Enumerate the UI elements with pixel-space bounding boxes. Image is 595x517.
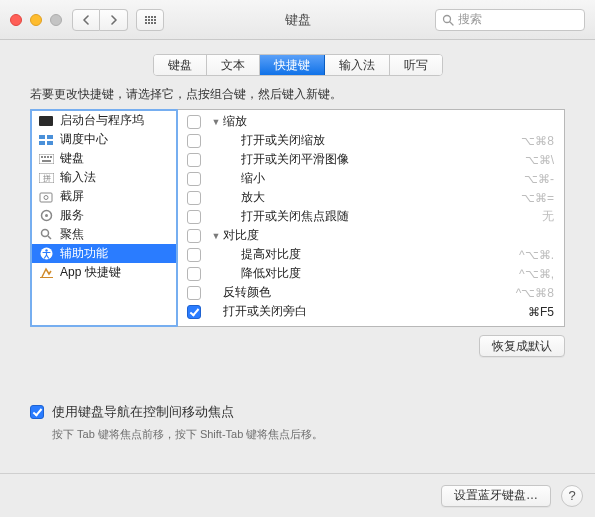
svg-text:拼: 拼 — [42, 174, 50, 183]
shortcut-label: 降低对比度 — [237, 265, 519, 282]
screenshot-icon — [38, 190, 54, 204]
svg-point-19 — [41, 230, 48, 237]
svg-line-20 — [48, 236, 51, 239]
svg-point-0 — [444, 15, 451, 22]
restore-defaults-button[interactable]: 恢复成默认 — [479, 335, 565, 357]
sidebar-item-label: 截屏 — [60, 188, 84, 205]
sidebar-item-screenshot[interactable]: 截屏 — [32, 187, 176, 206]
sidebar-item-keyboard[interactable]: 键盘 — [32, 149, 176, 168]
shortcut-keys: ^⌥⌘, — [519, 267, 554, 281]
forward-button[interactable] — [100, 9, 128, 31]
checkbox-icon[interactable] — [187, 248, 201, 262]
help-button[interactable]: ? — [561, 485, 583, 507]
sidebar-item-accessibility[interactable]: 辅助功能 — [32, 244, 176, 263]
checkbox-icon[interactable] — [187, 172, 201, 186]
svg-rect-6 — [47, 141, 53, 145]
shortcut-row[interactable]: ▼反转颜色^⌥⌘8 — [179, 283, 564, 302]
sidebar-item-mission[interactable]: 调度中心 — [32, 130, 176, 149]
minimize-icon[interactable] — [30, 14, 42, 26]
window-controls — [10, 14, 62, 26]
shortcut-row[interactable]: ▼提高对比度^⌥⌘. — [179, 245, 564, 264]
sidebar-item-label: 键盘 — [60, 150, 84, 167]
tab-文本[interactable]: 文本 — [207, 55, 260, 75]
sidebar-item-label: 服务 — [60, 207, 84, 224]
shortcut-keys: ⌥⌘- — [524, 172, 554, 186]
shortcuts-panel: 启动台与程序坞调度中心键盘拼输入法截屏服务聚焦辅助功能App 快捷键 ▼缩放▼打… — [30, 109, 565, 327]
checkbox-icon[interactable] — [187, 134, 201, 148]
keyboard-icon — [38, 152, 54, 166]
svg-rect-11 — [50, 156, 52, 158]
spotlight-icon — [38, 228, 54, 242]
category-sidebar[interactable]: 启动台与程序坞调度中心键盘拼输入法截屏服务聚焦辅助功能App 快捷键 — [30, 109, 178, 327]
shortcut-label: 缩小 — [237, 170, 524, 187]
shortcut-row[interactable]: ▼放大⌥⌘= — [179, 188, 564, 207]
shortcut-keys: ⌥⌘8 — [521, 134, 554, 148]
shortcut-row[interactable]: ▼缩小⌥⌘- — [179, 169, 564, 188]
checkbox-icon[interactable] — [187, 286, 201, 300]
svg-rect-5 — [39, 141, 45, 145]
shortcut-row[interactable]: ▼降低对比度^⌥⌘, — [179, 264, 564, 283]
tab-听写[interactable]: 听写 — [390, 55, 442, 75]
tab-bar: 键盘文本快捷键输入法听写 — [0, 40, 595, 86]
tab-输入法[interactable]: 输入法 — [325, 55, 390, 75]
sidebar-item-services[interactable]: 服务 — [32, 206, 176, 225]
svg-rect-3 — [39, 135, 45, 139]
footer: 设置蓝牙键盘… ? — [0, 473, 595, 517]
shortcut-row[interactable]: ▼打开或关闭平滑图像⌥⌘\ — [179, 150, 564, 169]
checkbox-icon[interactable] — [187, 210, 201, 224]
chevron-left-icon — [82, 15, 90, 25]
sidebar-item-label: App 快捷键 — [60, 264, 121, 281]
disclosure-triangle-icon[interactable]: ▼ — [209, 231, 223, 241]
checkbox-icon[interactable] — [187, 115, 201, 129]
shortcut-row[interactable]: ▼打开或关闭旁白⌘F5 — [179, 302, 564, 321]
checkbox-icon[interactable] — [187, 191, 201, 205]
tab-键盘[interactable]: 键盘 — [154, 55, 207, 75]
accessibility-icon — [38, 247, 54, 261]
content-area: 若要更改快捷键，请选择它，点按组合键，然后键入新键。 启动台与程序坞调度中心键盘… — [0, 86, 595, 369]
svg-point-18 — [45, 214, 48, 217]
shortcut-label: 打开或关闭缩放 — [237, 132, 521, 149]
checkbox-icon[interactable] — [187, 153, 201, 167]
grid-icon — [145, 16, 156, 24]
search-field[interactable]: 搜索 — [435, 9, 585, 31]
shortcut-label: 打开或关闭焦点跟随 — [237, 208, 542, 225]
shortcut-list[interactable]: ▼缩放▼打开或关闭缩放⌥⌘8▼打开或关闭平滑图像⌥⌘\▼缩小⌥⌘-▼放大⌥⌘=▼… — [179, 110, 564, 326]
segmented-control: 键盘文本快捷键输入法听写 — [153, 54, 443, 76]
bluetooth-keyboard-button[interactable]: 设置蓝牙键盘… — [441, 485, 551, 507]
svg-rect-15 — [40, 193, 52, 202]
sidebar-item-input[interactable]: 拼输入法 — [32, 168, 176, 187]
sidebar-item-appshortcuts[interactable]: App 快捷键 — [32, 263, 176, 282]
shortcut-row[interactable]: ▼缩放 — [179, 112, 564, 131]
shortcut-keys: ⌥⌘\ — [525, 153, 554, 167]
svg-line-1 — [450, 22, 453, 25]
back-button[interactable] — [72, 9, 100, 31]
checkbox-icon — [30, 405, 44, 419]
svg-rect-4 — [47, 135, 53, 139]
checkbox-icon[interactable] — [187, 305, 201, 319]
sidebar-item-spotlight[interactable]: 聚焦 — [32, 225, 176, 244]
shortcut-row[interactable]: ▼打开或关闭缩放⌥⌘8 — [179, 131, 564, 150]
full-keyboard-access-checkbox[interactable]: 使用键盘导航在控制间移动焦点 — [30, 403, 565, 421]
tab-快捷键[interactable]: 快捷键 — [260, 55, 325, 75]
shortcut-row[interactable]: ▼打开或关闭焦点跟随无 — [179, 207, 564, 226]
svg-rect-10 — [47, 156, 49, 158]
shortcut-label: 提高对比度 — [237, 246, 519, 263]
show-all-button[interactable] — [136, 9, 164, 31]
disclosure-triangle-icon[interactable]: ▼ — [209, 117, 223, 127]
svg-point-22 — [45, 249, 47, 251]
instructions-text: 若要更改快捷键，请选择它，点按组合键，然后键入新键。 — [30, 86, 565, 103]
shortcut-keys: ⌘F5 — [528, 305, 554, 319]
checkbox-icon[interactable] — [187, 267, 201, 281]
zoom-icon[interactable] — [50, 14, 62, 26]
shortcut-label: 反转颜色 — [223, 284, 516, 301]
keyboard-access-section: 使用键盘导航在控制间移动焦点 按下 Tab 键将焦点前移，按下 Shift-Ta… — [0, 369, 595, 442]
sidebar-item-label: 聚焦 — [60, 226, 84, 243]
shortcut-keys: ^⌥⌘8 — [516, 286, 554, 300]
shortcut-row[interactable]: ▼对比度 — [179, 226, 564, 245]
checkbox-icon[interactable] — [187, 229, 201, 243]
launchpad-icon — [38, 114, 54, 128]
sidebar-item-label: 调度中心 — [60, 131, 108, 148]
close-icon[interactable] — [10, 14, 22, 26]
titlebar: 键盘 搜索 — [0, 0, 595, 40]
sidebar-item-launchpad[interactable]: 启动台与程序坞 — [32, 111, 176, 130]
